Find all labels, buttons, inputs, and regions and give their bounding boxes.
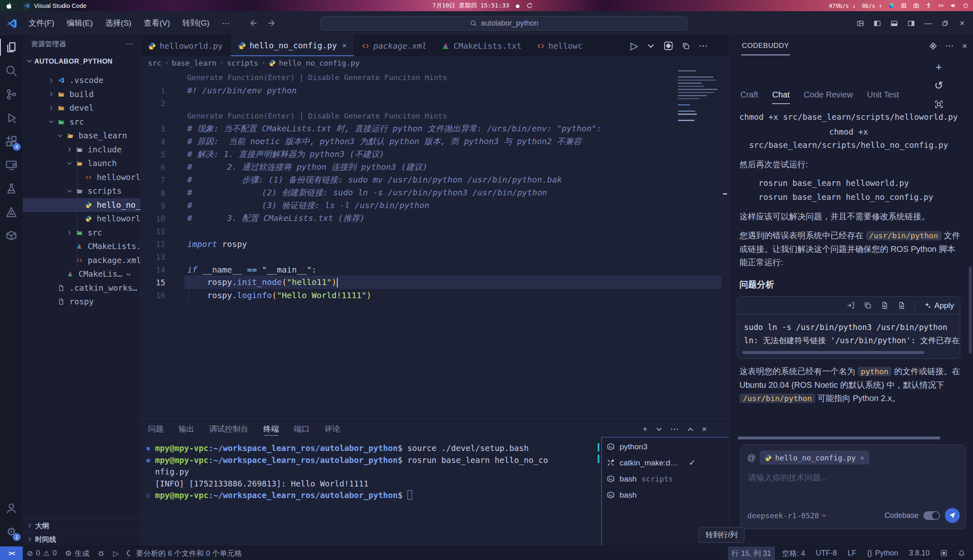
panel-tab[interactable]: 输出 (179, 419, 194, 439)
codelens-hint[interactable]: Generate Function(Enter) | Disable Gener… (141, 71, 728, 84)
run-file-button[interactable]: ▷ (631, 40, 638, 52)
minimize-button[interactable]: — (920, 11, 937, 35)
network-icon[interactable] (938, 2, 944, 9)
toggle-secondary-sidebar-button[interactable] (903, 11, 920, 35)
apple-menu-icon[interactable] (6, 2, 12, 9)
close-tab-button[interactable]: × (342, 41, 346, 50)
chat-transcript[interactable]: chmod +x src/base_learn/scripts/hellowor… (735, 111, 962, 439)
new-chat-button[interactable]: + (936, 63, 942, 71)
tree-item[interactable]: include (23, 143, 140, 157)
split-editor-button[interactable] (682, 42, 690, 50)
codebuddy-more-button[interactable]: ⋯ (945, 41, 954, 51)
codebuddy-tab-craft[interactable]: Craft (740, 90, 758, 104)
menu-item[interactable]: 转到(G) (176, 18, 215, 28)
breadcrumb-part[interactable]: scripts (227, 59, 258, 67)
context-file-chip[interactable]: hello_no_config.py × (760, 451, 869, 465)
panel-tab[interactable]: 问题 (148, 419, 164, 439)
desktop-clock[interactable]: 7月10日 星期四 15:51:33 (432, 2, 509, 9)
sync-icon[interactable] (526, 2, 533, 9)
terminal-shell-item[interactable]: catkin_make:d…✓ (602, 456, 739, 470)
breadcrumb-part[interactable]: src (148, 59, 162, 67)
tree-item[interactable]: helloworld… (23, 212, 140, 226)
volume-icon[interactable] (950, 2, 956, 9)
command-decoration[interactable] (146, 494, 150, 498)
panel-tab[interactable]: 评论 (324, 419, 340, 439)
menu-item[interactable]: 编辑(E) (60, 18, 99, 28)
tree-item[interactable]: src (23, 226, 140, 240)
nav-forward-button[interactable] (268, 19, 277, 28)
menu-item[interactable]: 文件(F) (22, 18, 60, 28)
testing-activity-button[interactable] (0, 177, 23, 200)
edge-browser-icon[interactable] (888, 2, 894, 9)
minimap[interactable] (676, 70, 720, 136)
screenshot-icon[interactable] (913, 2, 919, 9)
chat-history-button[interactable]: ↺ (934, 81, 943, 90)
terminal-shell-item[interactable]: bash (602, 488, 739, 502)
toggle-panel-button[interactable] (886, 11, 903, 35)
panel-tab[interactable]: 端口 (294, 419, 310, 439)
tree-item[interactable]: CMakeLis…↪ (23, 267, 140, 281)
chat-input-card[interactable]: @ hello_no_config.py × 请输入你的技术问题... deep… (740, 444, 966, 529)
panel-tab[interactable]: 调试控制台 (209, 419, 248, 439)
input-method-dot-icon[interactable]: ● (516, 2, 520, 9)
expand-chat-button[interactable] (935, 100, 943, 109)
code-editor[interactable]: Generate Function(Enter) | Disable Gener… (141, 69, 728, 418)
new-terminal-button[interactable]: + (642, 424, 647, 434)
settings-button[interactable]: ⚙1 (0, 520, 23, 543)
close-window-button[interactable]: × (954, 11, 971, 35)
restore-button[interactable] (937, 11, 954, 35)
panel-more-button[interactable]: ⋯ (670, 424, 679, 434)
app-grid-icon[interactable] (901, 2, 907, 9)
nav-back-button[interactable] (248, 19, 257, 28)
problems-status[interactable]: ⊘0 ⚠0 (23, 546, 61, 560)
scrollbar-thumb[interactable] (742, 351, 924, 354)
codebuddy-tab-code-review[interactable]: Code Review (804, 90, 853, 104)
indentation-status[interactable]: 空格: 4 (778, 546, 809, 560)
tree-item[interactable]: .catkin_works… (23, 281, 140, 295)
tree-item[interactable]: hello_no_c… (23, 198, 140, 212)
source-control-activity-button[interactable] (0, 83, 23, 106)
tree-item[interactable]: CMakeLists.… (23, 240, 140, 254)
send-button[interactable] (945, 508, 960, 523)
run-button[interactable]: ▷ (109, 546, 123, 560)
mention-button[interactable]: @ (747, 453, 756, 463)
command-decoration[interactable] (146, 459, 150, 463)
command-center-search[interactable]: autolabor_python (320, 16, 688, 31)
model-selector[interactable]: deepseek-r1-0528 (747, 511, 827, 520)
extensions-activity-button[interactable]: 4 (0, 130, 23, 153)
close-panel-button[interactable]: × (702, 424, 707, 434)
explorer-activity-button[interactable] (0, 36, 23, 59)
codebuddy-tab-chat[interactable]: Chat (772, 90, 789, 104)
apply-button[interactable]: Apply (924, 299, 954, 312)
editor-tab[interactable]: hellowc (529, 36, 590, 56)
editor-tab[interactable]: package.xml (354, 36, 434, 56)
remove-chip-button[interactable]: × (860, 453, 864, 462)
tree-item[interactable]: devel (23, 101, 140, 115)
save-file-button[interactable] (898, 301, 906, 309)
cmake-build-button[interactable]: ⚙生成 (61, 546, 93, 560)
tree-item[interactable]: build (23, 88, 140, 102)
breadcrumb-part[interactable]: base_learn (172, 59, 217, 67)
menu-item[interactable]: 查看(V) (138, 18, 176, 28)
chat-horizontal-scrollbar[interactable] (738, 437, 940, 439)
tree-item[interactable]: rospy (23, 295, 140, 309)
chat-input-placeholder[interactable]: 请输入你的技术问题... (748, 472, 828, 483)
cursor-position-status[interactable]: 行 15, 列 31 (728, 546, 775, 560)
tree-item[interactable]: base_learn (23, 129, 140, 143)
create-file-button[interactable] (881, 301, 889, 309)
breadcrumb-file[interactable]: hello_no_config.py (279, 59, 360, 67)
maximize-panel-button[interactable] (687, 426, 694, 433)
tree-item[interactable]: helloworld… (23, 171, 140, 185)
tree-item[interactable]: package.xml (23, 254, 140, 268)
command-decoration[interactable] (146, 447, 150, 451)
codebuddy-tab-unit-test[interactable]: Unit Test (867, 90, 899, 104)
chat-vertical-scrollbar[interactable] (969, 267, 972, 354)
run-debug-activity-button[interactable] (0, 106, 23, 130)
editor-tab[interactable]: CMakeLists.txt (434, 36, 529, 56)
outline-section[interactable]: 大纲 (23, 519, 140, 532)
menu-item[interactable]: ⋯ (216, 19, 236, 28)
eol-status[interactable]: LF (844, 546, 860, 560)
cmake-activity-button[interactable] (0, 200, 23, 224)
analysis-status[interactable]: 要分析的 6 个文件和 0 个单元格 (123, 546, 246, 560)
toggle-sidebar-button[interactable] (869, 11, 886, 35)
